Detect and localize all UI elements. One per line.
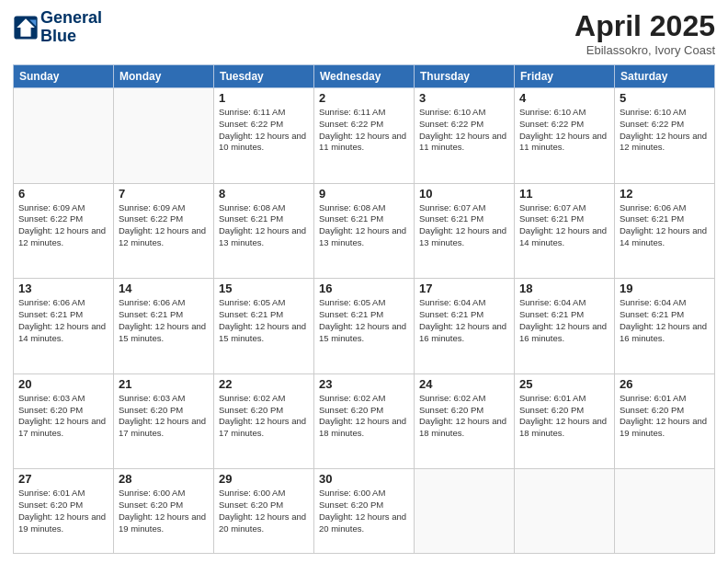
calendar-cell: 14Sunrise: 6:06 AM Sunset: 6:21 PM Dayli… [114,279,214,374]
day-info: Sunrise: 6:04 AM Sunset: 6:21 PM Dayligh… [519,297,609,344]
calendar-cell [114,88,214,184]
day-info: Sunrise: 6:01 AM Sunset: 6:20 PM Dayligh… [519,393,609,440]
weekday-header-wednesday: Wednesday [314,65,415,88]
day-info: Sunrise: 6:00 AM Sunset: 6:20 PM Dayligh… [319,488,409,534]
day-info: Sunrise: 6:00 AM Sunset: 6:20 PM Dayligh… [219,488,309,534]
calendar-cell: 5Sunrise: 6:10 AM Sunset: 6:22 PM Daylig… [615,88,715,184]
day-number: 6 [18,187,108,201]
page: General Blue April 2025 Ebilassokro, Ivo… [0,0,728,563]
day-info: Sunrise: 6:08 AM Sunset: 6:21 PM Dayligh… [319,202,409,249]
calendar-cell: 30Sunrise: 6:00 AM Sunset: 6:20 PM Dayli… [314,469,415,554]
day-info: Sunrise: 6:09 AM Sunset: 6:22 PM Dayligh… [18,202,108,249]
main-title: April 2025 [574,9,715,43]
logo-line2: Blue [40,28,102,46]
week-row-0: 1Sunrise: 6:11 AM Sunset: 6:22 PM Daylig… [14,88,715,184]
calendar-cell: 11Sunrise: 6:07 AM Sunset: 6:21 PM Dayli… [515,183,615,279]
day-number: 14 [119,282,209,295]
calendar-cell: 25Sunrise: 6:01 AM Sunset: 6:20 PM Dayli… [515,373,615,469]
day-info: Sunrise: 6:00 AM Sunset: 6:20 PM Dayligh… [119,488,209,534]
logo-line1: General [40,9,102,28]
day-number: 12 [620,187,710,201]
day-number: 9 [319,187,409,201]
day-number: 27 [18,472,108,486]
day-number: 10 [419,187,509,201]
day-info: Sunrise: 6:07 AM Sunset: 6:21 PM Dayligh… [519,202,609,249]
day-info: Sunrise: 6:01 AM Sunset: 6:20 PM Dayligh… [18,488,108,534]
day-info: Sunrise: 6:10 AM Sunset: 6:22 PM Dayligh… [419,107,509,154]
calendar-cell: 26Sunrise: 6:01 AM Sunset: 6:20 PM Dayli… [615,373,715,469]
weekday-header-tuesday: Tuesday [214,65,314,88]
day-number: 19 [620,282,710,295]
weekday-header-monday: Monday [114,65,214,88]
weekday-header-thursday: Thursday [415,65,515,88]
day-info: Sunrise: 6:10 AM Sunset: 6:22 PM Dayligh… [620,107,710,154]
day-info: Sunrise: 6:01 AM Sunset: 6:20 PM Dayligh… [620,393,710,440]
weekday-header-saturday: Saturday [615,65,715,88]
calendar-cell: 19Sunrise: 6:04 AM Sunset: 6:21 PM Dayli… [615,279,715,374]
calendar-cell: 8Sunrise: 6:08 AM Sunset: 6:21 PM Daylig… [214,183,314,279]
calendar: SundayMondayTuesdayWednesdayThursdayFrid… [13,64,715,554]
day-info: Sunrise: 6:02 AM Sunset: 6:20 PM Dayligh… [219,393,309,440]
calendar-cell: 13Sunrise: 6:06 AM Sunset: 6:21 PM Dayli… [14,279,114,374]
day-number: 8 [219,187,309,201]
calendar-cell: 24Sunrise: 6:02 AM Sunset: 6:20 PM Dayli… [415,373,515,469]
day-info: Sunrise: 6:02 AM Sunset: 6:20 PM Dayligh… [419,393,509,440]
calendar-cell: 22Sunrise: 6:02 AM Sunset: 6:20 PM Dayli… [214,373,314,469]
day-number: 17 [419,282,509,295]
day-info: Sunrise: 6:02 AM Sunset: 6:20 PM Dayligh… [319,393,409,440]
calendar-cell: 15Sunrise: 6:05 AM Sunset: 6:21 PM Dayli… [214,279,314,374]
day-number: 30 [319,472,409,486]
week-row-4: 27Sunrise: 6:01 AM Sunset: 6:20 PM Dayli… [14,469,715,554]
weekday-header-friday: Friday [515,65,615,88]
day-info: Sunrise: 6:10 AM Sunset: 6:22 PM Dayligh… [519,107,609,154]
day-number: 16 [319,282,409,295]
day-info: Sunrise: 6:03 AM Sunset: 6:20 PM Dayligh… [18,393,108,440]
day-number: 23 [319,377,409,391]
day-number: 26 [620,377,710,391]
day-info: Sunrise: 6:11 AM Sunset: 6:22 PM Dayligh… [219,107,309,154]
day-number: 20 [18,377,108,391]
day-number: 13 [18,282,108,295]
day-info: Sunrise: 6:08 AM Sunset: 6:21 PM Dayligh… [219,202,309,249]
day-number: 3 [419,91,509,105]
day-number: 21 [119,377,209,391]
weekday-header-row: SundayMondayTuesdayWednesdayThursdayFrid… [14,65,715,88]
calendar-cell: 12Sunrise: 6:06 AM Sunset: 6:21 PM Dayli… [615,183,715,279]
logo-icon [13,15,39,40]
calendar-cell: 6Sunrise: 6:09 AM Sunset: 6:22 PM Daylig… [14,183,114,279]
day-info: Sunrise: 6:06 AM Sunset: 6:21 PM Dayligh… [620,202,710,249]
day-number: 22 [219,377,309,391]
calendar-cell: 4Sunrise: 6:10 AM Sunset: 6:22 PM Daylig… [515,88,615,184]
calendar-cell: 16Sunrise: 6:05 AM Sunset: 6:21 PM Dayli… [314,279,415,374]
calendar-cell: 23Sunrise: 6:02 AM Sunset: 6:20 PM Dayli… [314,373,415,469]
calendar-cell: 20Sunrise: 6:03 AM Sunset: 6:20 PM Dayli… [14,373,114,469]
calendar-cell [615,469,715,554]
logo: General Blue [13,9,102,46]
day-info: Sunrise: 6:11 AM Sunset: 6:22 PM Dayligh… [319,107,409,154]
calendar-cell: 7Sunrise: 6:09 AM Sunset: 6:22 PM Daylig… [114,183,214,279]
day-number: 7 [119,187,209,201]
calendar-cell: 28Sunrise: 6:00 AM Sunset: 6:20 PM Dayli… [114,469,214,554]
calendar-cell [14,88,114,184]
calendar-cell: 17Sunrise: 6:04 AM Sunset: 6:21 PM Dayli… [415,279,515,374]
day-number: 2 [319,91,409,105]
day-number: 1 [219,91,309,105]
day-info: Sunrise: 6:06 AM Sunset: 6:21 PM Dayligh… [119,297,209,344]
calendar-cell: 21Sunrise: 6:03 AM Sunset: 6:20 PM Dayli… [114,373,214,469]
day-number: 28 [119,472,209,486]
header: General Blue April 2025 Ebilassokro, Ivo… [13,9,715,57]
week-row-1: 6Sunrise: 6:09 AM Sunset: 6:22 PM Daylig… [14,183,715,279]
day-number: 5 [620,91,710,105]
calendar-cell: 1Sunrise: 6:11 AM Sunset: 6:22 PM Daylig… [214,88,314,184]
week-row-2: 13Sunrise: 6:06 AM Sunset: 6:21 PM Dayli… [14,279,715,374]
day-info: Sunrise: 6:03 AM Sunset: 6:20 PM Dayligh… [119,393,209,440]
day-number: 4 [519,91,609,105]
day-number: 29 [219,472,309,486]
calendar-cell: 2Sunrise: 6:11 AM Sunset: 6:22 PM Daylig… [314,88,415,184]
day-info: Sunrise: 6:05 AM Sunset: 6:21 PM Dayligh… [219,297,309,344]
day-info: Sunrise: 6:04 AM Sunset: 6:21 PM Dayligh… [620,297,710,344]
logo-text: General Blue [40,9,102,46]
title-block: April 2025 Ebilassokro, Ivory Coast [574,9,715,57]
calendar-cell [515,469,615,554]
calendar-cell [415,469,515,554]
